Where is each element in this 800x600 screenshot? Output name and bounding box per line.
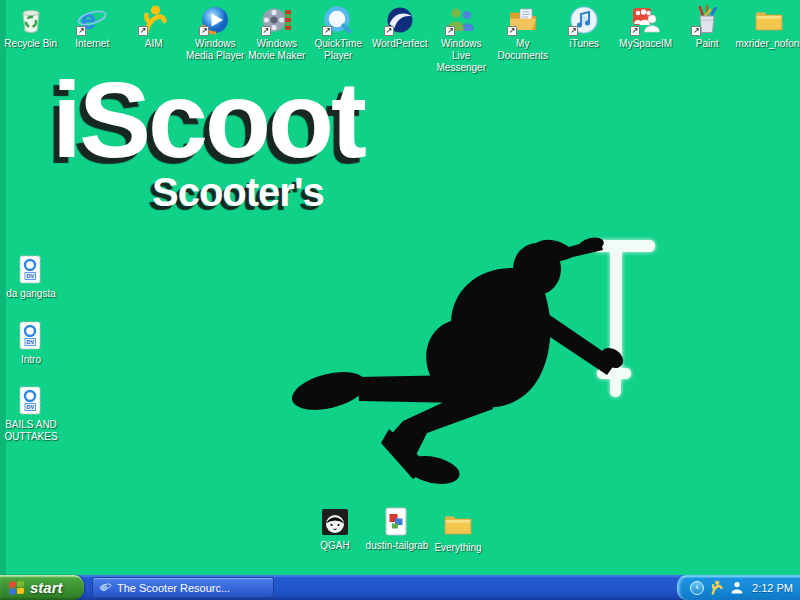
shortcut-arrow-icon: ↗ [384,26,394,36]
recycle-bin-icon [15,4,47,36]
shortcut-arrow-icon: ↗ [138,26,148,36]
start-button[interactable]: start [0,575,84,600]
wallpaper-title: iScoot [52,66,364,174]
icon-label: Windows Media Player [185,38,247,62]
icon-label: AIM [145,38,163,50]
qgah-avatar-icon [319,506,351,538]
myspaceim-icon: ↗ [630,4,662,36]
quicktime-icon: ↗ [322,4,354,36]
desktop-icon-wordperfect[interactable]: ↗ WordPerfect [369,4,431,73]
scooter-rider-silhouette [285,225,660,487]
wordperfect-icon: ↗ [384,4,416,36]
paint-icon: ↗ [691,4,723,36]
messenger-icon: ↗ [445,4,477,36]
desktop-icon-windows-live-messenger[interactable]: ↗ Windows Live Messenger [431,4,493,73]
icon-label: Paint [696,38,719,50]
icon-label: mxrider_nofont [735,38,800,50]
folder-icon [442,508,474,540]
icon-label: Everything [434,542,481,554]
dv-video-file-icon: DV [15,320,47,352]
internet-explorer-icon: e ↗ [76,4,108,36]
desktop-icon-itunes[interactable]: ↗ iTunes [554,4,616,73]
internet-explorer-icon: e [99,581,112,594]
shortcut-arrow-icon: ↗ [199,26,209,36]
tray-aim-icon[interactable] [709,580,724,595]
shortcut-arrow-icon: ↗ [568,26,578,36]
icon-label: My Documents [492,38,554,62]
icon-label: WordPerfect [372,38,427,50]
dv-video-file-icon: DV [15,385,47,417]
desktop-icons-top-row: Recycle Bin e ↗ Internet ↗ AIM [0,4,800,73]
desktop-icon-myspaceim[interactable]: ↗ MySpaceIM [615,4,677,73]
start-button-label: start [30,579,63,597]
folder-icon [753,4,785,36]
svg-text:DV: DV [27,404,35,410]
windows-movie-maker-icon: ↗ [261,4,293,36]
system-tray: ‹ 2:12 PM [677,575,800,600]
shortcut-arrow-icon: ↗ [691,26,701,36]
desktop-icon-my-documents[interactable]: ↗ My Documents [492,4,554,73]
aim-icon: ↗ [138,4,170,36]
svg-text:DV: DV [27,339,35,345]
icon-label: da gangsta [6,288,56,300]
desktop: iScoot Scooter's [0,0,800,575]
image-file-icon [381,506,413,538]
tray-clock: 2:12 PM [752,582,793,594]
taskbar: start e The Scooter Resourc... ‹ 2:12 PM [0,575,800,600]
desktop-icon-bails-and-outtakes[interactable]: DV BAILS AND OUTTAKES [0,385,62,443]
icon-label: iTunes [569,38,599,50]
wallpaper-subtitle: Scooter's [152,170,364,215]
task-button-label: The Scooter Resourc... [117,582,230,594]
shortcut-arrow-icon: ↗ [261,26,271,36]
desktop-icon-internet[interactable]: e ↗ Internet [62,4,124,73]
tray-hidden-icons-chevron[interactable]: ‹ [690,581,704,595]
tray-messenger-icon[interactable] [729,580,744,595]
desktop-icon-da-gangsta[interactable]: DV da gangsta [0,254,62,300]
desktop-icon-quicktime[interactable]: ↗ QuickTime Player [308,4,370,73]
icon-label: BAILS AND OUTTAKES [0,419,62,443]
my-documents-icon: ↗ [507,4,539,36]
icon-label: QGAH [320,540,349,552]
svg-text:DV: DV [27,273,35,279]
desktop-icon-aim[interactable]: ↗ AIM [123,4,185,73]
taskbar-task-the-scooter-resource[interactable]: e The Scooter Resourc... [92,577,274,598]
desktop-icon-everything[interactable]: Everything [418,508,498,554]
shortcut-arrow-icon: ↗ [445,26,455,36]
dv-video-file-icon: DV [15,254,47,286]
svg-text:e: e [101,581,107,593]
icon-label: Internet [75,38,109,50]
shortcut-arrow-icon: ↗ [630,26,640,36]
desktop-icon-paint[interactable]: ↗ Paint [677,4,739,73]
icon-label: Windows Live Messenger [431,38,493,73]
icon-label: Intro [21,354,41,366]
shortcut-arrow-icon: ↗ [76,26,86,36]
icon-label: Recycle Bin [4,38,57,50]
wallpaper-title-block: iScoot Scooter's [52,66,364,215]
desktop-icon-intro[interactable]: DV Intro [0,320,62,366]
desktop-icon-windows-movie-maker[interactable]: ↗ Windows Movie Maker [246,4,308,73]
desktop-icon-recycle-bin[interactable]: Recycle Bin [0,4,62,73]
shortcut-arrow-icon: ↗ [507,26,517,36]
shortcut-arrow-icon: ↗ [322,26,332,36]
desktop-icon-mxrider-nofont[interactable]: mxrider_nofont [738,4,800,73]
windows-media-player-icon: ↗ [199,4,231,36]
icon-label: QuickTime Player [308,38,370,62]
itunes-icon: ↗ [568,4,600,36]
icon-label: Windows Movie Maker [246,38,308,62]
desktop-icon-windows-media-player[interactable]: ↗ Windows Media Player [185,4,247,73]
chevron-left-icon: ‹ [695,581,699,592]
icon-label: MySpaceIM [619,38,672,50]
windows-flag-icon [8,580,25,595]
